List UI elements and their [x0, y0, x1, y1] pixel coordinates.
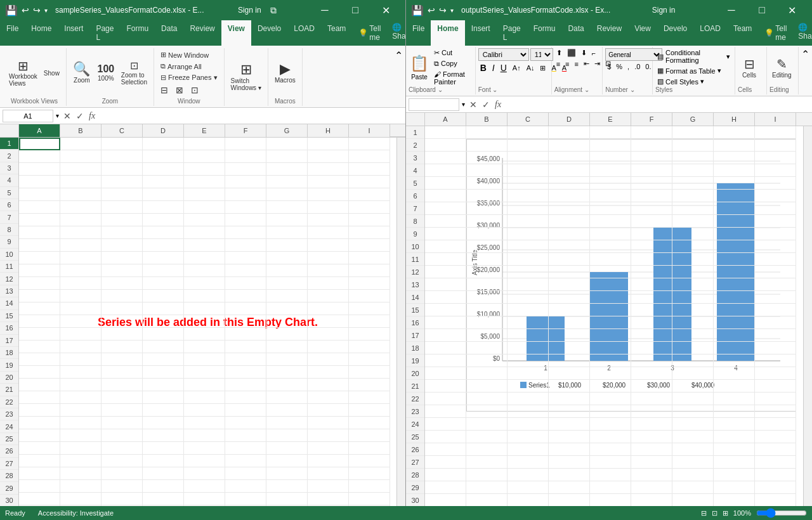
cell-r-14-4[interactable] [590, 291, 631, 304]
cell-r-21-2[interactable] [508, 380, 549, 393]
close-btn-right[interactable]: ✕ [778, 0, 807, 20]
cell-r-9-7[interactable] [714, 228, 755, 240]
cell-r-26-5[interactable] [631, 443, 672, 456]
cell-3-7[interactable] [308, 163, 349, 176]
align-top-btn[interactable]: ⬆ [554, 48, 564, 58]
insert-function-btn-right[interactable]: fx [493, 100, 503, 110]
cell-14-8[interactable] [349, 302, 390, 315]
hide-btn[interactable]: ⊠ [173, 84, 186, 96]
cell-12-4[interactable] [184, 277, 225, 290]
undo-icon[interactable]: ↩ [22, 5, 29, 15]
view-break-icon[interactable]: ⊞ [723, 509, 728, 517]
align-left-btn[interactable]: ≡ [554, 59, 562, 68]
cell-18-3[interactable] [143, 353, 184, 366]
cell-27-5[interactable] [225, 467, 266, 480]
cell-24-8[interactable] [349, 429, 390, 442]
view-layout-icon[interactable]: ⊡ [712, 509, 717, 517]
cell-29-4[interactable] [184, 493, 225, 505]
cell-23-3[interactable] [143, 417, 184, 429]
right-scroll-edge[interactable] [803, 126, 812, 506]
cell-4-0[interactable] [19, 176, 60, 188]
cell-r-5-1[interactable] [466, 177, 508, 190]
cell-16-1[interactable] [60, 328, 102, 341]
cell-r-26-2[interactable] [508, 443, 549, 456]
cell-27-7[interactable] [308, 467, 349, 480]
cell-r-22-0[interactable] [425, 393, 466, 405]
cell-r-16-2[interactable] [508, 316, 549, 329]
cell-r-19-4[interactable] [590, 354, 631, 367]
cell-r-28-5[interactable] [631, 469, 672, 481]
cell-18-0[interactable] [19, 353, 60, 366]
cell-r-22-2[interactable] [508, 393, 549, 405]
cell-r-29-5[interactable] [631, 481, 672, 494]
cell-r-12-5[interactable] [631, 266, 672, 278]
cell-24-5[interactable] [225, 429, 266, 442]
cell-26-6[interactable] [266, 455, 308, 467]
cell-5-4[interactable] [184, 188, 225, 201]
tab-load-left[interactable]: LOAD [287, 20, 321, 46]
cell-r-30-2[interactable] [508, 494, 549, 506]
cell-4-4[interactable] [184, 176, 225, 188]
cell-r-20-1[interactable] [466, 367, 508, 380]
cell-r-3-4[interactable] [590, 152, 631, 164]
cell-30-0[interactable] [19, 505, 60, 506]
cell-8-0[interactable] [19, 226, 60, 239]
arrange-all-btn[interactable]: ⧉Arrange All [158, 61, 204, 72]
cell-2-2[interactable] [102, 150, 143, 163]
percent-btn[interactable]: % [614, 62, 624, 71]
cell-2-0[interactable] [19, 150, 60, 163]
share-btn-left[interactable]: 🌐 Share [387, 20, 406, 46]
cell-r-10-8[interactable] [755, 240, 796, 253]
cell-6-0[interactable] [19, 201, 60, 214]
cell-5-8[interactable] [349, 188, 390, 201]
cell-6-5[interactable] [225, 201, 266, 214]
cell-r-4-2[interactable] [508, 164, 549, 177]
cell-r-13-7[interactable] [714, 278, 755, 291]
cell-25-7[interactable] [308, 442, 349, 455]
cell-27-2[interactable] [102, 467, 143, 480]
cell-r-2-5[interactable] [631, 139, 672, 152]
right-signin[interactable]: Sign in [652, 6, 676, 15]
tab-data-left[interactable]: Data [155, 20, 183, 46]
cell-r-4-4[interactable] [590, 164, 631, 177]
cell-14-2[interactable] [102, 302, 143, 315]
cell-23-0[interactable] [19, 417, 60, 429]
cell-3-0[interactable] [19, 163, 60, 176]
col-header-E-r[interactable]: E [590, 113, 631, 126]
cell-r-13-5[interactable] [631, 278, 672, 291]
cell-r-2-7[interactable] [714, 139, 755, 152]
zoom-btn[interactable]: 🔍 Zoom [70, 61, 93, 85]
cell-8-5[interactable] [225, 226, 266, 239]
cell-22-1[interactable] [60, 404, 102, 417]
cell-1-8[interactable] [349, 138, 390, 150]
cancel-formula-btn-left[interactable]: ✕ [62, 111, 73, 121]
left-formula-input[interactable] [100, 112, 403, 120]
format-as-table-btn[interactable]: ▦ Format as Table ▾ [655, 66, 723, 75]
cell-r-6-3[interactable] [549, 190, 590, 202]
cell-r-5-8[interactable] [755, 177, 796, 190]
cell-r-11-0[interactable] [425, 253, 466, 266]
cell-14-7[interactable] [308, 302, 349, 315]
cell-r-27-4[interactable] [590, 456, 631, 469]
save-icon[interactable]: 💾 [5, 4, 18, 16]
cell-r-22-3[interactable] [549, 393, 590, 405]
cell-27-1[interactable] [60, 467, 102, 480]
cell-20-2[interactable] [102, 379, 143, 391]
cell-12-5[interactable] [225, 277, 266, 290]
cell-r-8-8[interactable] [755, 215, 796, 228]
cell-r-18-6[interactable] [672, 342, 714, 354]
align-expand[interactable]: ⌄ [584, 86, 589, 93]
cell-10-7[interactable] [308, 252, 349, 264]
cell-21-7[interactable] [308, 391, 349, 404]
cell-r-29-3[interactable] [549, 481, 590, 494]
cell-r-3-7[interactable] [714, 152, 755, 164]
cell-r-23-7[interactable] [714, 405, 755, 418]
cell-r-23-4[interactable] [590, 405, 631, 418]
cell-13-1[interactable] [60, 290, 102, 302]
cell-r-19-5[interactable] [631, 354, 672, 367]
cell-2-4[interactable] [184, 150, 225, 163]
cell-r-16-0[interactable] [425, 316, 466, 329]
cell-9-6[interactable] [266, 239, 308, 252]
cell-r-23-1[interactable] [466, 405, 508, 418]
cell-r-30-8[interactable] [755, 494, 796, 506]
